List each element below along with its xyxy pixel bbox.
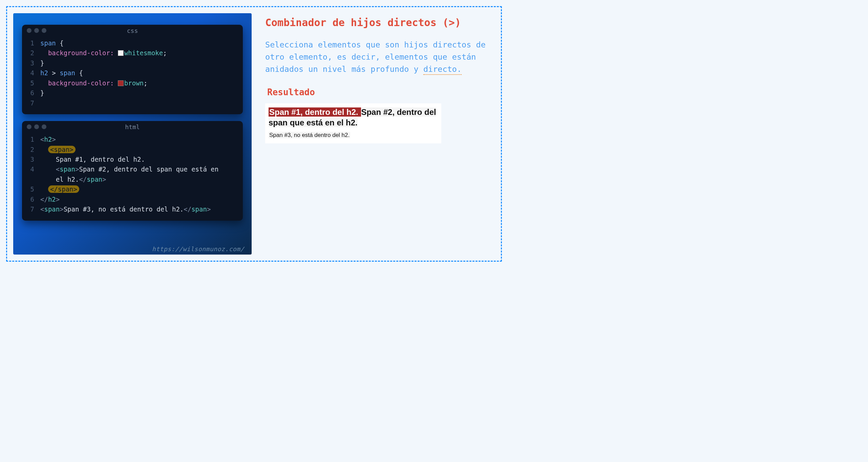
- line-number: 7: [25, 98, 34, 108]
- code-line: 7<span>Span #3, no está dentro del h2.</…: [25, 204, 237, 214]
- line-number: 4: [25, 68, 34, 78]
- page: css 1span {2 background-color: whitesmok…: [0, 0, 508, 268]
- explanation: Combinador de hijos directos (>) Selecci…: [265, 13, 495, 255]
- line-number: 5: [25, 184, 34, 194]
- line-number: 7: [25, 204, 34, 214]
- line-number: 3: [25, 58, 34, 68]
- code-content: <h2>: [40, 135, 56, 144]
- line-number: 3: [25, 155, 34, 164]
- code-content: Span #1, dentro del h2.: [40, 155, 145, 164]
- line-number: 2: [25, 145, 34, 155]
- code-line: 1span {: [25, 38, 237, 48]
- line-number: 1: [25, 135, 34, 144]
- result-heading: Span #1, dentro del h2. Span #2, dentro …: [269, 107, 438, 128]
- css-editor-body: 1span {2 background-color: whitesmoke;3}…: [22, 35, 243, 114]
- code-content: }: [40, 88, 44, 98]
- section-title: Combinador de hijos directos (>): [265, 16, 495, 30]
- line-number: 6: [25, 195, 34, 204]
- code-line: 2 background-color: whitesmoke;: [25, 48, 237, 58]
- code-line: 4 <span>Span #2, dentro del span que est…: [25, 164, 237, 174]
- result-preview: Span #1, dentro del h2. Span #2, dentro …: [265, 103, 441, 143]
- code-content: <span>: [40, 145, 76, 155]
- css-editor-title: css: [22, 27, 243, 34]
- code-line: 5 </span>: [25, 184, 237, 194]
- code-stack: css 1span {2 background-color: whitesmok…: [13, 13, 252, 255]
- code-line: el h2.</span>: [25, 175, 237, 184]
- result-span1: Span #1, dentro del h2.: [269, 107, 361, 117]
- code-content: background-color: brown;: [40, 78, 147, 88]
- css-editor: css 1span {2 background-color: whitesmok…: [22, 25, 243, 114]
- line-number: [25, 175, 34, 184]
- code-content: h2 > span {: [40, 68, 83, 78]
- html-editor-title: html: [22, 123, 243, 130]
- color-swatch-icon: [118, 80, 124, 86]
- code-line: 5 background-color: brown;: [25, 78, 237, 88]
- html-editor-body: 1<h2>2 <span>3 Span #1, dentro del h2.4 …: [22, 131, 243, 221]
- result-span3: Span #3, no está dentro del h2.: [269, 132, 350, 138]
- result-title: Resultado: [267, 87, 495, 97]
- highlight: </span>: [48, 185, 79, 193]
- line-number: 6: [25, 88, 34, 98]
- line-number: 5: [25, 78, 34, 88]
- code-line: 6}: [25, 88, 237, 98]
- code-line: 1<h2>: [25, 135, 237, 144]
- code-content: background-color: whitesmoke;: [40, 48, 167, 58]
- desc-underlined: directo.: [423, 64, 462, 75]
- code-content: </span>: [40, 184, 79, 194]
- html-editor: html 1<h2>2 <span>3 Span #1, dentro del …: [22, 121, 243, 221]
- code-content: <span>Span #2, dentro del span que está …: [40, 164, 218, 174]
- code-line: 3 Span #1, dentro del h2.: [25, 155, 237, 164]
- html-editor-header: html: [22, 121, 243, 131]
- code-content: <span>Span #3, no está dentro del h2.</s…: [40, 204, 211, 214]
- watermark: https://wilsonmunoz.com/: [152, 245, 244, 253]
- code-content: }: [40, 58, 44, 68]
- code-line: 4h2 > span {: [25, 68, 237, 78]
- code-line: 6</h2>: [25, 195, 237, 204]
- line-number: 2: [25, 48, 34, 58]
- code-line: 2 <span>: [25, 145, 237, 155]
- code-content: </h2>: [40, 195, 60, 204]
- line-number: 4: [25, 164, 34, 174]
- code-content: span {: [40, 38, 64, 48]
- section-description: Selecciona elementos que son hijos direc…: [265, 39, 495, 76]
- color-swatch-icon: [118, 50, 124, 56]
- code-content: el h2.</span>: [40, 175, 106, 184]
- code-line: 3}: [25, 58, 237, 68]
- highlight: <span>: [48, 146, 76, 153]
- code-line: 7: [25, 98, 237, 108]
- css-editor-header: css: [22, 25, 243, 35]
- dashed-frame: css 1span {2 background-color: whitesmok…: [6, 6, 502, 262]
- line-number: 1: [25, 38, 34, 48]
